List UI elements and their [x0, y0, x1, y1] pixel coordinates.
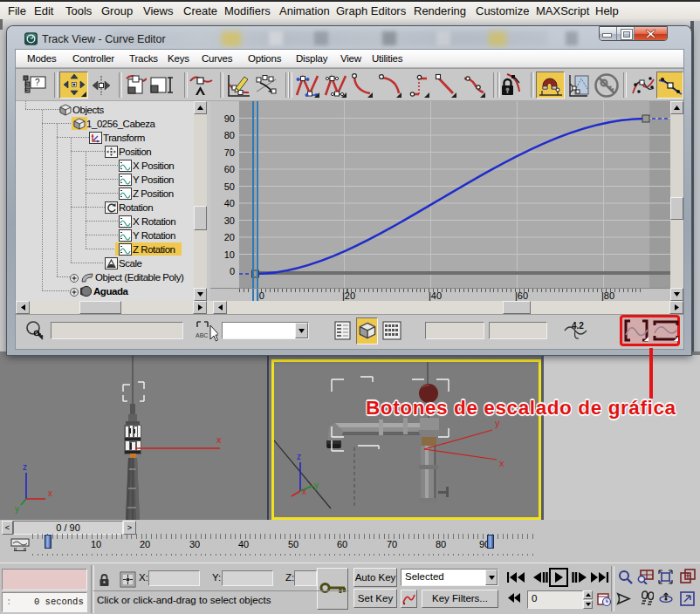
svg-text:y: y: [15, 504, 19, 514]
svg-text:z: z: [23, 462, 27, 472]
svg-text:ABC: ABC: [196, 332, 208, 338]
svg-text:x: x: [302, 487, 306, 496]
svg-text:z: z: [297, 452, 301, 461]
svg-text:x: x: [499, 458, 504, 468]
svg-text:x: x: [216, 434, 222, 445]
svg-text:x: x: [48, 488, 52, 498]
svg-text:?: ?: [35, 78, 40, 87]
svg-text:4.2: 4.2: [572, 321, 584, 331]
svg-text:y: y: [314, 481, 319, 490]
